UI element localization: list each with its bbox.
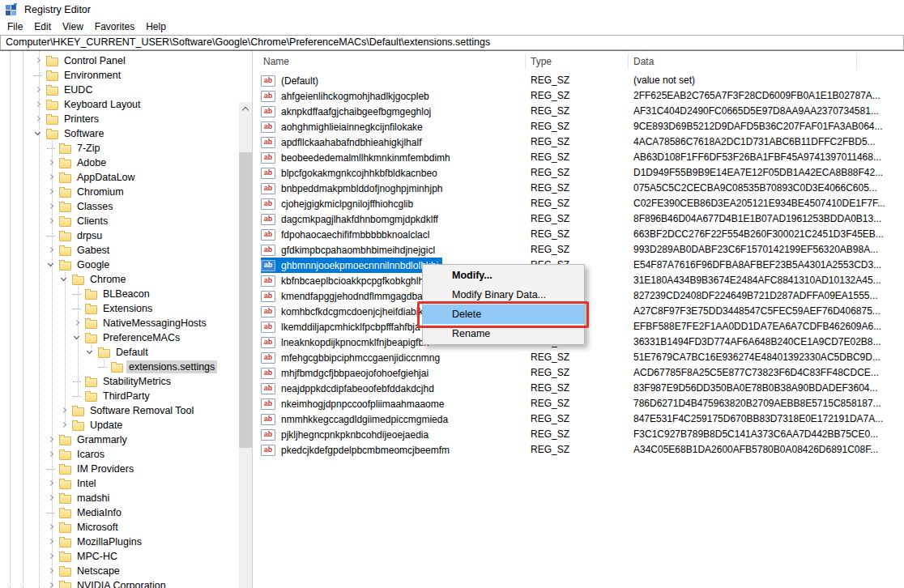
tree-item-chrome[interactable]: Chrome bbox=[0, 272, 238, 287]
column-header-name[interactable]: Name bbox=[263, 56, 289, 67]
tree-item-update[interactable]: Update bbox=[0, 418, 238, 432]
tree-item-clients[interactable]: Clients bbox=[0, 214, 238, 228]
tree-item-nativemessaginghosts[interactable]: NativeMessagingHosts bbox=[0, 316, 238, 330]
chevron-right-icon[interactable] bbox=[59, 420, 70, 431]
chevron-right-icon[interactable] bbox=[46, 492, 58, 504]
chevron-right-icon[interactable] bbox=[46, 580, 58, 588]
value-row[interactable]: neajdppkdcdipfabeoofebfddakdcjhdREG_SZ83… bbox=[258, 381, 904, 396]
tree-item-7-zip[interactable]: 7-Zip bbox=[0, 141, 238, 156]
value-row[interactable]: bnbpeddmakpmblddofjnoghpjminhjphREG_SZ07… bbox=[258, 181, 904, 196]
value-row[interactable]: apdfllckaahabafndbhieahigkjlhalfREG_SZ4A… bbox=[258, 134, 904, 150]
chevron-down-icon[interactable] bbox=[85, 347, 96, 358]
value-row[interactable]: pkedcjkdefgpdelpbcmbmeomcjbeemfmREG_SZA3… bbox=[258, 442, 904, 458]
chevron-right-icon[interactable] bbox=[46, 157, 58, 168]
menu-edit[interactable]: Edit bbox=[28, 19, 57, 34]
context-menu-item-modify-binary-data[interactable]: Modify Binary Data... bbox=[423, 285, 584, 305]
value-row[interactable]: nkeimhogjdpnpccoofpliimaahmaaomeREG_SZ78… bbox=[258, 396, 904, 411]
tree-item-eudc[interactable]: EUDC bbox=[0, 83, 238, 97]
context-menu-item-rename[interactable]: Rename bbox=[423, 324, 584, 343]
tree-item-appdatalow[interactable]: AppDataLow bbox=[0, 170, 238, 185]
chevron-right-icon[interactable] bbox=[46, 434, 58, 445]
tree-item-control-panel[interactable]: Control Panel bbox=[0, 53, 238, 68]
menu-help[interactable]: Help bbox=[140, 19, 172, 34]
chevron-down-icon[interactable] bbox=[46, 259, 58, 271]
chevron-right-icon[interactable] bbox=[46, 186, 58, 198]
tree-item-keyboard-layout[interactable]: Keyboard Layout bbox=[0, 97, 238, 112]
tree-item-preferencemacs[interactable]: PreferenceMACs bbox=[0, 330, 238, 345]
context-menu-item-delete[interactable]: Delete bbox=[423, 305, 584, 324]
chevron-right-icon[interactable] bbox=[46, 478, 58, 489]
tree-item-environment[interactable]: Environment bbox=[0, 68, 238, 83]
value-row[interactable]: pjkljhegncpnkpknbcohdijeoejaediaREG_SZF3… bbox=[258, 427, 904, 442]
column-separator[interactable] bbox=[856, 53, 857, 70]
tree-item-software-removal-tool[interactable]: Software Removal Tool bbox=[0, 403, 238, 418]
chevron-right-icon[interactable] bbox=[33, 55, 45, 66]
chevron-right-icon[interactable] bbox=[59, 405, 70, 416]
tree-item-default[interactable]: Default bbox=[0, 345, 238, 360]
chevron-right-icon[interactable] bbox=[46, 201, 58, 212]
chevron-right-icon[interactable] bbox=[46, 449, 58, 460]
tree-item-microsoft[interactable]: Microsoft bbox=[0, 520, 238, 535]
column-header-type[interactable]: Type bbox=[531, 56, 552, 67]
value-row[interactable]: beobeededemalmllhkmnkinmfembdimhREG_SZAB… bbox=[258, 150, 904, 165]
chevron-down-icon[interactable] bbox=[33, 128, 45, 139]
tree-item-netscape[interactable]: Netscape bbox=[0, 564, 238, 578]
value-row[interactable]: mfehgcgbbipciphmccgaenjidiccnmngREG_SZ51… bbox=[258, 350, 904, 365]
tree-item-adobe[interactable]: Adobe bbox=[0, 156, 238, 170]
tree-item-mediainfo[interactable]: MediaInfo bbox=[0, 505, 238, 520]
chevron-right-icon[interactable] bbox=[46, 245, 58, 256]
tree-item-mozillaplugins[interactable]: MozillaPlugins bbox=[0, 535, 238, 549]
tree-item-icaros[interactable]: Icaros bbox=[0, 447, 238, 462]
tree-item-chromium[interactable]: Chromium bbox=[0, 185, 238, 199]
address-bar[interactable]: Computer\HKEY_CURRENT_USER\Software\Goog… bbox=[0, 35, 904, 50]
menu-favorites[interactable]: Favorites bbox=[89, 19, 140, 34]
tree-item-im-providers[interactable]: IM Providers bbox=[0, 462, 238, 476]
scrollbar-thumb[interactable] bbox=[239, 152, 253, 448]
scroll-up-icon[interactable] bbox=[239, 102, 253, 116]
tree-item-gabest[interactable]: Gabest bbox=[0, 243, 238, 258]
tree-scrollbar[interactable] bbox=[239, 102, 253, 588]
column-header-data[interactable]: Data bbox=[633, 56, 654, 67]
chevron-right-icon[interactable] bbox=[46, 551, 58, 562]
context-menu-item-modify[interactable]: Modify... bbox=[423, 266, 584, 285]
chevron-right-icon[interactable] bbox=[46, 172, 58, 183]
tree-item-grammarly[interactable]: Grammarly bbox=[0, 432, 238, 447]
chevron-right-icon[interactable] bbox=[46, 215, 58, 227]
tree-item-extensions-settings[interactable]: extensions.settings bbox=[0, 360, 238, 374]
value-row[interactable]: nmmhkkegccagdldgiimedpiccmgmiedaREG_SZ84… bbox=[258, 411, 904, 427]
menu-file[interactable]: File bbox=[2, 19, 28, 34]
chevron-right-icon[interactable] bbox=[46, 536, 58, 548]
tree-item-stabilitymetrics[interactable]: StabilityMetrics bbox=[0, 374, 238, 389]
value-row[interactable]: blpcfgokakmgnkcojhhkbfbldkacnbeoREG_SZD1… bbox=[258, 165, 904, 181]
tree-item-classes[interactable]: Classes bbox=[0, 199, 238, 214]
tree-item-intel[interactable]: Intel bbox=[0, 476, 238, 491]
chevron-right-icon[interactable] bbox=[33, 113, 45, 125]
value-row[interactable]: fdpohaocaechififmbbbbbknoalclaclREG_SZ66… bbox=[258, 227, 904, 242]
tree-item-printers[interactable]: Printers bbox=[0, 112, 238, 126]
tree-item-drpsu[interactable]: drpsu bbox=[0, 228, 238, 243]
value-row[interactable]: mhjfbmdgcfjbbpaeojofohoefgiehjaiREG_SZAC… bbox=[258, 365, 904, 381]
tree-item-blbeacon[interactable]: BLBeacon bbox=[0, 287, 238, 301]
tree-item-mpc-hc[interactable]: MPC-HC bbox=[0, 549, 238, 564]
chevron-down-icon[interactable] bbox=[72, 332, 83, 343]
chevron-right-icon[interactable] bbox=[33, 99, 45, 110]
value-row[interactable]: aohghmighlieiainnegkcijnfilokakeREG_SZ9C… bbox=[258, 119, 904, 134]
column-separator[interactable] bbox=[628, 53, 629, 70]
value-row[interactable]: gfdkimpbcpahaombhbimeihdjnejgiclREG_SZ99… bbox=[258, 242, 904, 258]
value-row[interactable]: cjohejgigkmiclpgnilojffhiohcglibREG_SZC0… bbox=[258, 196, 904, 211]
tree-item-google[interactable]: Google bbox=[0, 258, 238, 272]
value-row[interactable]: dagcmkpagjlhakfdhnbomgmjdpkdklffREG_SZ8F… bbox=[258, 211, 904, 227]
column-separator[interactable] bbox=[525, 53, 526, 70]
chevron-right-icon[interactable] bbox=[46, 522, 58, 533]
menu-view[interactable]: View bbox=[57, 19, 89, 34]
tree-item-software[interactable]: Software bbox=[0, 126, 238, 141]
chevron-right-icon[interactable] bbox=[33, 84, 45, 96]
tree-item-nvidia-corporation[interactable]: NVIDIA Corporation bbox=[0, 578, 238, 588]
chevron-down-icon[interactable] bbox=[59, 274, 70, 285]
tree-item-madshi[interactable]: madshi bbox=[0, 491, 238, 505]
value-row[interactable]: aknpkdffaafgjchaibgeefbgmgeghlojREG_SZAF… bbox=[258, 104, 904, 119]
value-row[interactable]: ahfgeienlihckogmohjhadlkjgocplebREG_SZ2F… bbox=[258, 88, 904, 104]
chevron-right-icon[interactable] bbox=[46, 565, 58, 577]
tree-item-extensions[interactable]: Extensions bbox=[0, 301, 238, 316]
value-row[interactable]: (Default)REG_SZ(value not set) bbox=[258, 73, 904, 88]
